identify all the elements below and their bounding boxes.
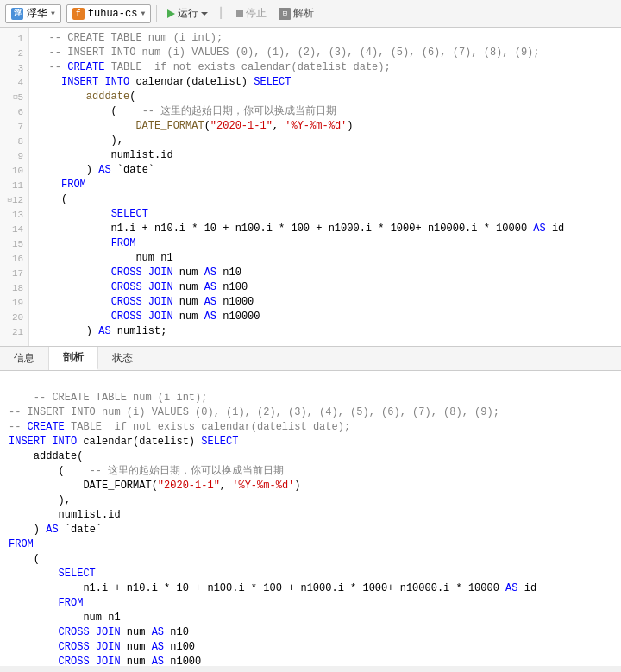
ln-6: 6: [0, 104, 28, 119]
schema-selector[interactable]: f fuhua-cs ▼: [66, 4, 151, 23]
l18-sp1: [142, 280, 148, 295]
l3-create: CREATE: [67, 60, 104, 75]
ln-13: 13: [0, 207, 28, 222]
r-cross1: CROSS: [59, 626, 90, 638]
l19-cross: CROSS: [111, 295, 142, 310]
l21-alias: numlist;: [111, 324, 167, 339]
code-line-2: -- INSERT INTO num (i) VALUES (0), (1), …: [36, 46, 614, 60]
r-s1: "2020-1-1": [158, 480, 220, 492]
stop-button[interactable]: 停止: [233, 4, 270, 22]
r-n1: [9, 480, 83, 492]
tab-info[interactable]: 信息: [0, 347, 49, 370]
code-line-16: num n1: [36, 251, 614, 266]
r-join3: JOIN: [96, 656, 121, 666]
l10-as: AS: [98, 163, 110, 178]
ln-12: ⊟12: [0, 192, 28, 207]
code-line-4: INSERT INTO calendar(datelist) SELECT: [36, 75, 614, 90]
l9-content: numlist.id: [36, 148, 172, 163]
l3-comment: --: [36, 60, 67, 75]
l14-as: AS: [533, 222, 545, 236]
tab-status[interactable]: 状态: [98, 347, 147, 370]
r-as1: AS: [46, 524, 58, 536]
ln-20: 20: [0, 310, 28, 324]
l19-sp1: [142, 295, 148, 310]
r-sp2: [90, 641, 96, 653]
code-line-5: adddate(: [36, 90, 614, 104]
db-dropdown-arrow: ▼: [51, 9, 55, 17]
r-as5: AS: [152, 656, 164, 666]
code-line-11: FROM: [36, 178, 614, 192]
r-as3: AS: [152, 626, 164, 638]
code-line-8: ),: [36, 134, 614, 148]
l7-indent: [36, 119, 135, 134]
r-cm: ,: [220, 480, 232, 492]
ln-7: 7: [0, 119, 28, 134]
db-label: 浮华: [27, 6, 47, 21]
l14-content: n1.i + n10.i * 10 + n100.i * 100 + n1000…: [36, 222, 533, 236]
l5-adddate: adddate: [86, 90, 129, 104]
ln-21: 21: [0, 324, 28, 339]
r-create: CREATE: [28, 421, 65, 433]
ln-10: 10: [0, 163, 28, 178]
l18-as: AS: [204, 280, 216, 295]
l13-select: SELECT: [111, 207, 148, 222]
code-line-15: FROM: [36, 236, 614, 251]
code-line-14: n1.i + n10.i * 10 + n100.i * 100 + n1000…: [36, 222, 614, 236]
ln-17: 17: [0, 266, 28, 280]
r-as2: AS: [505, 582, 518, 594]
explain-label: 解析: [293, 6, 314, 21]
ln-19: 19: [0, 295, 28, 310]
db-selector[interactable]: 浮 浮华 ▼: [5, 4, 61, 23]
l4-indent: [36, 75, 61, 90]
r-df: DATE_FORMAT(: [83, 480, 157, 492]
code-line-18: CROSS JOIN num AS n100: [36, 280, 614, 295]
l7-paren2: ): [347, 119, 353, 134]
l10-date: `date`: [111, 163, 154, 178]
code-line-21: ) AS numlist;: [36, 324, 614, 339]
l19-join: JOIN: [148, 295, 173, 310]
code-content[interactable]: -- CREATE TABLE num (i int); -- INSERT I…: [29, 28, 621, 346]
r-date: `date`: [59, 524, 102, 536]
l21-content: ): [36, 324, 98, 339]
tabs-bar: 信息 剖析 状态: [0, 347, 621, 371]
tab-status-label: 状态: [112, 351, 133, 366]
ln-1: 1: [0, 31, 28, 46]
l13-indent: [36, 207, 110, 222]
l14-id: id: [546, 222, 565, 236]
r-cross2: CROSS: [59, 641, 90, 653]
run-dropdown-arrow[interactable]: [201, 12, 208, 16]
run-label: 运行: [178, 6, 198, 21]
l2-comment: -- INSERT INTO num (i) VALUES (0), (1), …: [36, 46, 539, 60]
l19-alias: n1000: [216, 295, 254, 310]
r-expr: n1.i + n10.i * 10 + n100.i * 100 + n1000…: [9, 582, 505, 594]
r-join1: JOIN: [96, 626, 121, 638]
schema-label: fuhua-cs: [88, 8, 138, 20]
explain-button[interactable]: ⊞ 解析: [275, 4, 317, 22]
r-line2: -- INSERT INTO num (i) VALUES (0), (1), …: [9, 406, 499, 418]
l6-comment: -- 这里的起始日期，你可以换成当前日期: [142, 104, 337, 119]
bottom-panel: 信息 剖析 状态 -- CREATE TABLE num (i int); --…: [0, 347, 621, 666]
ln-18: 18: [0, 280, 28, 295]
r-from2: FROM: [59, 597, 84, 609]
l20-indent: [36, 310, 110, 324]
code-line-10: ) AS `date`: [36, 163, 614, 178]
r-nl: [9, 450, 34, 462]
l7-str2: '%Y-%m-%d': [285, 119, 347, 134]
l17-alias: n10: [216, 266, 242, 280]
stop-label: 停止: [246, 6, 267, 21]
r-cal: calendar(datelist): [77, 436, 201, 448]
run-button[interactable]: 运行: [162, 4, 213, 22]
ln-3: 3: [0, 60, 28, 75]
code-line-13: SELECT: [36, 207, 614, 222]
l18-join: JOIN: [148, 280, 173, 295]
l19-indent: [36, 295, 110, 310]
r-line3: --: [9, 421, 28, 433]
result-area: -- CREATE TABLE num (i int); -- INSERT I…: [0, 371, 621, 666]
l20-join: JOIN: [148, 310, 173, 324]
ln-4: 4: [0, 75, 28, 90]
tab-profile[interactable]: 剖析: [49, 347, 98, 370]
r-c1: -- 这里的起始日期，你可以换成当前日期: [90, 465, 285, 477]
ln-8: 8: [0, 134, 28, 148]
toolbar-divider: [156, 5, 157, 22]
l17-as: AS: [204, 266, 216, 280]
